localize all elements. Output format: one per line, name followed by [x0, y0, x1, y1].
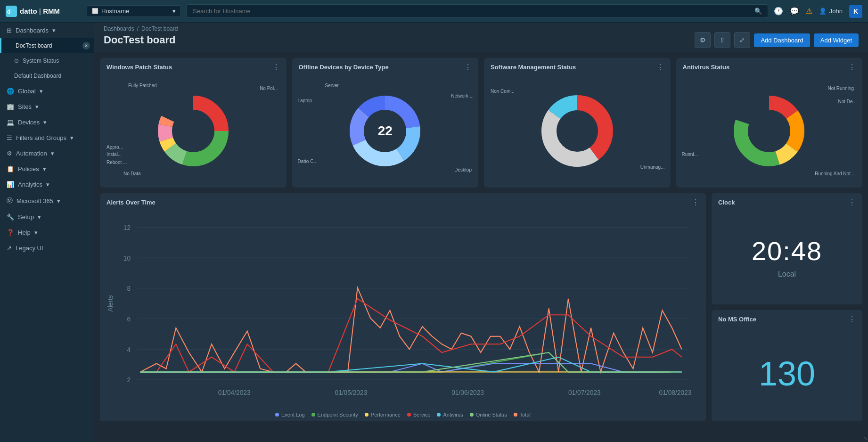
- sidebar-item-doctest[interactable]: DocTest board ✕: [0, 38, 94, 53]
- svg-text:01/04/2023: 01/04/2023: [218, 389, 251, 396]
- breadcrumb-dashboards[interactable]: Dashboards: [104, 25, 134, 32]
- search-input[interactable]: [193, 8, 751, 15]
- sidebar-item-global[interactable]: 🌐 Global ▾: [0, 83, 94, 99]
- software-menu-icon[interactable]: ⋮: [656, 63, 664, 72]
- chat-icon[interactable]: 💬: [790, 7, 799, 16]
- policies-icon: 📋: [7, 165, 14, 172]
- legend-dot-antivirus: [437, 413, 441, 417]
- share-icon-btn[interactable]: ⇧: [714, 32, 730, 48]
- antivirus-donut: Not Running Not De... Running And Not ..…: [681, 79, 858, 183]
- sidebar-item-legacy-ui[interactable]: ↗ Legacy UI: [0, 240, 94, 256]
- antivirus-donut-svg: [731, 93, 807, 169]
- widget-header-offline: Offline Devices by Device Type ⋮: [292, 58, 479, 74]
- chevron-policies-icon: ▾: [43, 165, 46, 172]
- antivirus-menu-icon[interactable]: ⋮: [848, 63, 856, 72]
- msoffice-menu-icon[interactable]: ⋮: [848, 315, 856, 324]
- content-area: Dashboards / DocTest board DocTest board…: [94, 23, 868, 442]
- svg-text:01/05/2023: 01/05/2023: [335, 389, 367, 396]
- dashboard-content: Windows Patch Status ⋮: [94, 52, 868, 442]
- software-body: Non Com... Unmanag...: [484, 74, 671, 188]
- legend-label-performance: Performance: [371, 412, 401, 417]
- widget-header-antivirus: Antivirus Status ⋮: [676, 58, 863, 74]
- patch-label-appro: Appro...: [106, 145, 123, 150]
- clock-icon[interactable]: 🕐: [774, 7, 783, 16]
- topbar: d datto | RMM ⬜ Hostname ▾ 🔍 🕐 💬 ⚠ 👤 Joh…: [0, 0, 868, 23]
- sidebar-item-sites[interactable]: 🏢 Sites ▾: [0, 99, 94, 115]
- sidebar-item-automation[interactable]: ⚙ Automation ▾: [0, 146, 94, 161]
- svg-text:2: 2: [127, 377, 131, 384]
- hostname-select[interactable]: ⬜ Hostname ▾: [87, 5, 181, 17]
- k-badge[interactable]: K: [849, 5, 862, 18]
- sidebar-item-filters[interactable]: ☰ Filters and Groups ▾: [0, 130, 94, 146]
- legend-performance: Performance: [365, 412, 401, 417]
- widget-header-alerts: Alerts Over Time ⋮: [100, 193, 706, 210]
- sidebar-item-dashboards[interactable]: ⊞ Dashboards ▾: [0, 23, 94, 38]
- widget-no-ms-office: No MS Office ⋮ 130 ⤡: [712, 310, 862, 421]
- sidebar-item-setup[interactable]: 🔧 Setup ▾: [0, 209, 94, 225]
- widget-antivirus: Antivirus Status ⋮: [676, 58, 863, 188]
- dashboards-label: Dashboards: [16, 27, 49, 34]
- sidebar-item-default-dashboard[interactable]: Default Dashboard: [0, 68, 94, 83]
- svg-text:Alerts: Alerts: [107, 295, 114, 311]
- sidebar-item-system-status[interactable]: ⊙ System Status: [0, 53, 94, 68]
- svg-text:01/06/2023: 01/06/2023: [451, 389, 484, 396]
- filter-icon: ☰: [7, 134, 12, 141]
- fullscreen-icon-btn[interactable]: ⤢: [734, 32, 750, 48]
- svg-text:01/07/2023: 01/07/2023: [568, 389, 601, 396]
- add-dashboard-button[interactable]: Add Dashboard: [754, 33, 810, 47]
- sidebar-item-devices[interactable]: 💻 Devices ▾: [0, 115, 94, 130]
- clock-menu-icon[interactable]: ⋮: [848, 198, 856, 207]
- offline-donut: 22 Server Network ... Desktop Datto C...…: [297, 79, 474, 183]
- sidebar-item-microsoft365[interactable]: Ⓜ Microsoft 365 ▾: [0, 192, 94, 209]
- app-logo: d datto | RMM: [6, 6, 81, 17]
- settings-icon-btn[interactable]: ⚙: [695, 32, 711, 48]
- msoffice-title: No MS Office: [718, 316, 756, 323]
- sidebar-item-policies[interactable]: 📋 Policies ▾: [0, 161, 94, 177]
- patch-donut: Fully Patched No Pol... Appro... Instal.…: [105, 79, 282, 183]
- add-widget-button[interactable]: Add Widget: [814, 33, 859, 47]
- chevron-down-icon: ▾: [52, 27, 56, 34]
- clock-body: 20:48 Local: [712, 210, 862, 304]
- legend-online-status: Online Status: [470, 412, 507, 417]
- alert-icon[interactable]: ⚠: [806, 7, 812, 16]
- offline-label-server: Server: [325, 83, 339, 88]
- chevron-help-icon: ▾: [34, 229, 38, 236]
- patch-body: Fully Patched No Pol... Appro... Instal.…: [100, 74, 287, 188]
- sites-label: Sites: [18, 103, 32, 110]
- svg-text:10: 10: [123, 255, 131, 262]
- widget-header-clock: Clock ⋮: [712, 193, 862, 210]
- msoffice-value: 130: [759, 354, 815, 393]
- automation-label: Automation: [16, 150, 47, 157]
- breadcrumb: Dashboards / DocTest board: [104, 25, 859, 32]
- svg-text:01/08/2023: 01/08/2023: [659, 389, 692, 396]
- legacy-label: Legacy UI: [16, 245, 43, 252]
- av-label-running-not: Running And Not ...: [815, 171, 856, 176]
- policies-label: Policies: [18, 165, 39, 172]
- legend-dot-service: [407, 413, 411, 417]
- software-title: Software Management Status: [491, 64, 576, 71]
- legend-dot-online: [470, 413, 474, 417]
- alerts-menu-icon[interactable]: ⋮: [692, 198, 699, 207]
- patch-label-fullypatched: Fully Patched: [128, 83, 157, 88]
- offline-label-datto: Datto C...: [298, 159, 318, 164]
- setup-icon: 🔧: [7, 213, 14, 221]
- patch-donut-svg: [156, 93, 231, 169]
- offline-menu-icon[interactable]: ⋮: [464, 63, 472, 72]
- chevron-automation-icon: ▾: [51, 150, 54, 157]
- close-icon[interactable]: ✕: [82, 42, 90, 49]
- alerts-body: 12 10 8 6 4 2 Alerts 01/04/2023 01/05/20…: [100, 210, 706, 409]
- search-icon: 🔍: [754, 8, 762, 15]
- patch-title: Windows Patch Status: [106, 64, 172, 71]
- patch-menu-icon[interactable]: ⋮: [272, 63, 280, 72]
- user-icon: 👤: [819, 8, 827, 15]
- sidebar-item-help[interactable]: ❓ Help ▾: [0, 225, 94, 240]
- clock-time: 20:48: [752, 236, 822, 266]
- patch-label-nodata: No Data: [123, 171, 141, 176]
- hostname-label: Hostname: [101, 8, 129, 15]
- user-badge[interactable]: 👤 John: [819, 8, 843, 15]
- sidebar-item-analytics[interactable]: 📊 Analytics ▾: [0, 177, 94, 192]
- av-label-notde: Not De...: [838, 99, 857, 104]
- legend-dot-performance: [365, 413, 368, 417]
- patch-label-nopol: No Pol...: [260, 86, 278, 91]
- offline-body: 22 Server Network ... Desktop Datto C...…: [292, 74, 479, 188]
